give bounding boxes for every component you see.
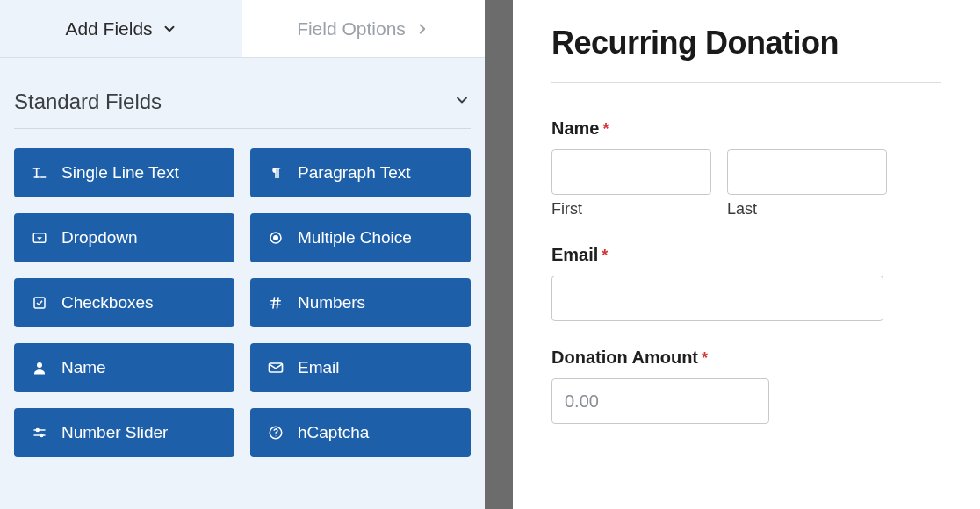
form-title: Recurring Donation (551, 25, 941, 61)
radio-icon (266, 228, 285, 247)
field-label: Paragraph Text (298, 163, 411, 183)
field-label: hCaptcha (298, 423, 369, 442)
checkbox-icon (30, 293, 49, 312)
chevron-right-icon (414, 21, 430, 37)
email-label: Email (551, 245, 598, 265)
field-label: Single Line Text (61, 163, 179, 183)
tab-label: Add Fields (65, 18, 152, 39)
field-numbers[interactable]: Numbers (250, 278, 471, 327)
panel-gutter (485, 0, 513, 509)
sliders-icon (30, 423, 49, 442)
tabs: Add Fields Field Options (0, 0, 485, 58)
field-label: Number Slider (61, 423, 168, 442)
field-group-donation: Donation Amount * (551, 348, 941, 424)
svg-point-2 (274, 236, 278, 240)
field-multiple-choice[interactable]: Multiple Choice (250, 213, 471, 262)
name-row: First Last (551, 149, 941, 219)
svg-point-15 (275, 435, 276, 436)
field-name[interactable]: Name (14, 343, 234, 392)
paragraph-icon (266, 163, 285, 183)
field-paragraph-text[interactable]: Paragraph Text (250, 148, 471, 197)
field-email[interactable]: Email (250, 343, 471, 392)
field-label: Email (298, 358, 340, 377)
field-group-name: Name * First Last (551, 118, 941, 219)
field-label: Name (61, 358, 106, 377)
svg-rect-3 (34, 298, 45, 308)
field-label: Numbers (298, 293, 365, 312)
field-grid: Single Line Text Paragraph Text Dropdown… (0, 129, 485, 457)
tab-label: Field Options (297, 18, 406, 39)
question-circle-icon (266, 423, 285, 442)
donation-label: Donation Amount (551, 348, 698, 368)
label-row: Donation Amount * (551, 348, 941, 368)
section-header-standard-fields[interactable]: Standard Fields (0, 58, 485, 128)
field-dropdown[interactable]: Dropdown (14, 213, 234, 262)
first-name-col: First (551, 149, 711, 219)
user-icon (30, 358, 49, 377)
hash-icon (266, 293, 285, 312)
required-mark: * (602, 120, 609, 139)
field-number-slider[interactable]: Number Slider (14, 408, 234, 457)
required-mark: * (702, 349, 708, 368)
form-body: Name * First Last Email * (551, 83, 941, 424)
field-label: Dropdown (61, 228, 138, 247)
svg-point-11 (36, 429, 39, 432)
donation-amount-input[interactable] (551, 378, 769, 424)
label-row: Name * (551, 118, 941, 139)
left-panel: Add Fields Field Options Standard Fields (0, 0, 485, 509)
field-label: Checkboxes (61, 293, 154, 312)
chevron-down-icon (162, 21, 177, 37)
label-row: Email * (551, 245, 941, 265)
last-name-input[interactable] (727, 149, 887, 195)
dropdown-icon (30, 228, 49, 247)
first-sublabel: First (551, 200, 711, 219)
field-single-line-text[interactable]: Single Line Text (14, 148, 234, 197)
email-input[interactable] (551, 276, 883, 321)
svg-point-8 (37, 362, 42, 368)
envelope-icon (266, 358, 285, 377)
field-hcaptcha[interactable]: hCaptcha (250, 408, 471, 457)
tab-add-fields[interactable]: Add Fields (0, 0, 242, 57)
app-root: Add Fields Field Options Standard Fields (0, 0, 980, 509)
form-preview: Recurring Donation Name * First Last (513, 0, 980, 509)
tab-field-options[interactable]: Field Options (242, 0, 485, 57)
svg-line-6 (273, 298, 275, 308)
section-title: Standard Fields (14, 90, 162, 114)
field-checkboxes[interactable]: Checkboxes (14, 278, 234, 327)
last-sublabel: Last (727, 200, 887, 219)
first-name-input[interactable] (551, 149, 711, 195)
field-label: Multiple Choice (298, 228, 412, 247)
name-label: Name (551, 118, 599, 139)
svg-point-13 (40, 434, 43, 437)
last-name-col: Last (727, 149, 887, 219)
required-mark: * (602, 247, 608, 265)
field-group-email: Email * (551, 245, 941, 321)
chevron-down-icon (453, 90, 471, 114)
text-cursor-icon (30, 163, 49, 183)
svg-line-7 (277, 298, 279, 308)
